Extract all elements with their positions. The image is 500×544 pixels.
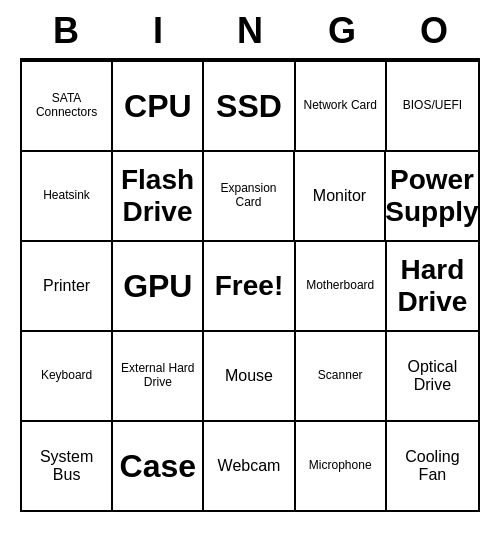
bingo-cell-3-0: Keyboard — [22, 332, 113, 420]
cell-text-4-2: Webcam — [218, 457, 281, 475]
bingo-cell-1-0: Heatsink — [22, 152, 113, 240]
cell-text-3-1: External Hard Drive — [117, 362, 198, 390]
cell-text-1-3: Monitor — [313, 187, 366, 205]
bingo-cell-4-1: Case — [113, 422, 204, 510]
cell-text-2-3: Motherboard — [306, 279, 374, 293]
bingo-cell-2-3: Motherboard — [296, 242, 387, 330]
bingo-row-3: KeyboardExternal Hard DriveMouseScannerO… — [22, 330, 478, 420]
cell-text-3-3: Scanner — [318, 369, 363, 383]
cell-text-3-2: Mouse — [225, 367, 273, 385]
bingo-cell-4-3: Microphone — [296, 422, 387, 510]
bingo-cell-2-1: GPU — [113, 242, 204, 330]
cell-text-2-1: GPU — [123, 268, 192, 305]
bingo-cell-1-1: Flash Drive — [113, 152, 204, 240]
bingo-cell-1-4: Power Supply — [386, 152, 478, 240]
bingo-cell-4-4: Cooling Fan — [387, 422, 478, 510]
cell-text-2-2: Free! — [215, 270, 283, 302]
bingo-letter-G: G — [302, 10, 382, 52]
cell-text-3-0: Keyboard — [41, 369, 92, 383]
cell-text-1-0: Heatsink — [43, 189, 90, 203]
bingo-letter-I: I — [118, 10, 198, 52]
bingo-cell-0-1: CPU — [113, 62, 204, 150]
cell-text-3-4: Optical Drive — [391, 358, 474, 395]
cell-text-1-1: Flash Drive — [117, 164, 198, 228]
cell-text-4-4: Cooling Fan — [391, 448, 474, 485]
bingo-cell-0-3: Network Card — [296, 62, 387, 150]
bingo-header: BINGO — [20, 0, 480, 58]
bingo-letter-B: B — [26, 10, 106, 52]
bingo-cell-1-2: Expansion Card — [204, 152, 295, 240]
cell-text-0-1: CPU — [124, 88, 192, 125]
bingo-cell-3-4: Optical Drive — [387, 332, 478, 420]
bingo-row-1: HeatsinkFlash DriveExpansion CardMonitor… — [22, 150, 478, 240]
bingo-cell-0-0: SATA Connectors — [22, 62, 113, 150]
bingo-cell-0-2: SSD — [204, 62, 295, 150]
cell-text-4-3: Microphone — [309, 459, 372, 473]
bingo-grid: SATA ConnectorsCPUSSDNetwork CardBIOS/UE… — [20, 58, 480, 512]
cell-text-0-3: Network Card — [304, 99, 377, 113]
cell-text-4-1: Case — [120, 448, 197, 485]
bingo-cell-0-4: BIOS/UEFI — [387, 62, 478, 150]
bingo-cell-2-4: Hard Drive — [387, 242, 478, 330]
bingo-row-2: PrinterGPUFree!MotherboardHard Drive — [22, 240, 478, 330]
bingo-cell-2-2: Free! — [204, 242, 295, 330]
bingo-cell-4-2: Webcam — [204, 422, 295, 510]
bingo-cell-3-1: External Hard Drive — [113, 332, 204, 420]
bingo-row-0: SATA ConnectorsCPUSSDNetwork CardBIOS/UE… — [22, 60, 478, 150]
cell-text-1-2: Expansion Card — [208, 182, 289, 210]
cell-text-2-0: Printer — [43, 277, 90, 295]
bingo-cell-3-3: Scanner — [296, 332, 387, 420]
bingo-letter-O: O — [394, 10, 474, 52]
bingo-cell-3-2: Mouse — [204, 332, 295, 420]
cell-text-0-2: SSD — [216, 88, 282, 125]
bingo-cell-2-0: Printer — [22, 242, 113, 330]
cell-text-2-4: Hard Drive — [391, 254, 474, 318]
bingo-cell-4-0: System Bus — [22, 422, 113, 510]
bingo-row-4: System BusCaseWebcamMicrophoneCooling Fa… — [22, 420, 478, 510]
bingo-cell-1-3: Monitor — [295, 152, 386, 240]
bingo-letter-N: N — [210, 10, 290, 52]
cell-text-0-4: BIOS/UEFI — [403, 99, 462, 113]
cell-text-4-0: System Bus — [26, 448, 107, 485]
cell-text-0-0: SATA Connectors — [26, 92, 107, 120]
cell-text-1-4: Power Supply — [385, 164, 478, 228]
